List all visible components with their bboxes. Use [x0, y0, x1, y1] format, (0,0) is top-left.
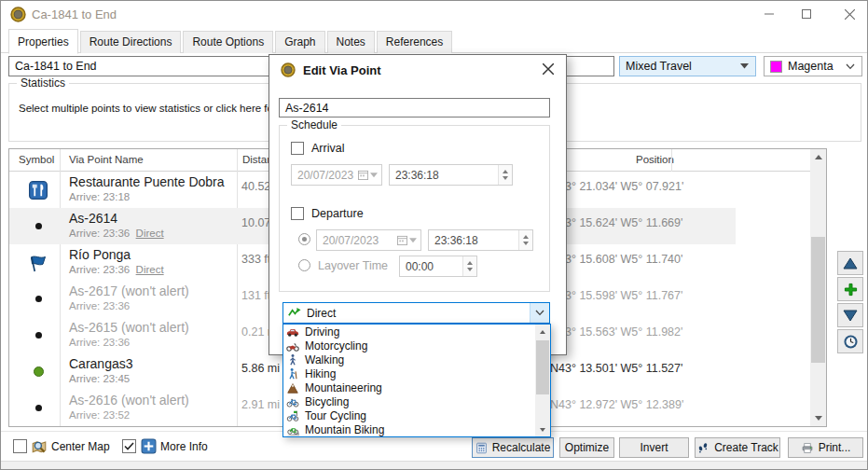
arrive-time: Arrive: 23:45	[69, 373, 130, 384]
position-value: N43° 15.563' W5° 11.982'	[550, 325, 682, 339]
time-spinner[interactable]	[498, 165, 512, 185]
option-walking[interactable]: Walking	[283, 352, 536, 366]
flag-icon	[9, 244, 67, 281]
option-driving[interactable]: Driving	[283, 325, 536, 339]
departure-label: Departure	[311, 207, 364, 220]
walking-person-icon	[286, 353, 299, 366]
close-button[interactable]	[833, 1, 866, 27]
direct-link[interactable]: Direct	[136, 228, 164, 239]
calendar-icon	[397, 235, 407, 245]
calculator-icon	[475, 442, 488, 454]
table-scrollbar[interactable]	[810, 149, 826, 426]
statistics-message[interactable]: Select multiple points to view statistic…	[19, 103, 291, 114]
via-point-name: Restaurante Puente Dobra	[69, 174, 225, 189]
via-point-name: As-2615 (won't alert)	[69, 320, 189, 335]
arrival-time-field[interactable]: 23:36:18	[389, 164, 513, 186]
time-spinner[interactable]	[462, 256, 476, 276]
mountain-icon	[286, 381, 299, 394]
tab-route-directions[interactable]: Route Directions	[80, 31, 182, 53]
track-color-select[interactable]: Magenta	[764, 56, 862, 76]
departure-checkbox[interactable]	[291, 207, 304, 220]
via-point-name-input[interactable]: As-2614	[279, 98, 550, 118]
scroll-up-icon[interactable]	[810, 149, 826, 165]
scroll-down-icon[interactable]	[810, 410, 826, 426]
travel-mode-select[interactable]: Mixed Travel	[619, 56, 756, 76]
maximize-button[interactable]	[790, 1, 823, 27]
distance-value: 131 ft	[241, 289, 270, 302]
tab-references[interactable]: References	[377, 31, 452, 53]
position-value: N43° 15.608' W5° 11.740'	[550, 253, 682, 266]
dropdown-scrollbar[interactable]	[535, 325, 550, 436]
tour-bicycle-flag-icon	[286, 409, 299, 422]
schedule-label: Schedule	[287, 118, 341, 131]
recalculate-button[interactable]: Recalculate	[472, 437, 554, 458]
layover-time-field[interactable]: 00:00	[399, 256, 477, 277]
scrollbar-thumb[interactable]	[811, 237, 825, 363]
motorcycle-icon	[286, 339, 299, 352]
tab-route-options[interactable]: Route Options	[183, 31, 273, 53]
app-icon	[10, 7, 26, 22]
tab-strip: Properties Route Directions Route Option…	[1, 28, 867, 53]
option-mountaineering[interactable]: Mountaineering	[283, 380, 536, 394]
position-value: N43° 12.972' W5° 12.389'	[550, 398, 683, 411]
via-point-name: As-2614	[69, 211, 117, 226]
arrival-date-picker[interactable]: 20/07/2023	[291, 164, 382, 186]
invert-button[interactable]: Invert	[619, 437, 689, 458]
plus-icon	[844, 283, 858, 297]
create-track-button[interactable]: Create Track	[695, 437, 780, 458]
hiking-person-icon	[286, 367, 299, 380]
transport-mode-select[interactable]: Direct	[282, 302, 550, 324]
option-motorcycling[interactable]: Motorcycling	[283, 339, 536, 352]
chevron-down-icon	[740, 63, 749, 69]
position-value: N43° 15.598' W5° 11.767'	[550, 289, 682, 302]
option-bicycling[interactable]: Bicycling	[283, 394, 536, 408]
option-tour-cycling[interactable]: Tour Cycling	[283, 408, 536, 422]
track-color-value: Magenta	[788, 60, 834, 73]
option-mountain-biking[interactable]: Mountain Biking	[283, 422, 536, 436]
option-hiking[interactable]: Hiking	[283, 366, 536, 380]
tab-notes[interactable]: Notes	[327, 31, 375, 53]
layover-radio[interactable]	[298, 259, 310, 271]
arrival-checkbox[interactable]	[291, 142, 304, 155]
statistics-label: Statistics	[17, 76, 69, 90]
distance-value: 2.91 mi	[241, 398, 280, 411]
optimize-button[interactable]: Optimize	[559, 437, 614, 458]
calendar-icon	[358, 170, 368, 180]
column-name[interactable]: Via Point Name	[69, 154, 144, 165]
position-value: N43° 15.624' W5° 11.669'	[550, 216, 682, 229]
chevron-down-icon[interactable]	[530, 303, 549, 323]
position-value: N43° 13.501' W5° 11.527'	[550, 362, 682, 375]
scrollbar-thumb[interactable]	[536, 340, 549, 394]
triangle-down-icon	[843, 310, 858, 322]
move-up-button[interactable]	[837, 251, 863, 275]
direct-link[interactable]: Direct	[136, 264, 164, 275]
column-symbol[interactable]: Symbol	[19, 154, 54, 165]
move-down-button[interactable]	[837, 303, 863, 327]
print-button[interactable]: Print...	[788, 437, 863, 458]
add-via-point-button[interactable]	[837, 277, 863, 301]
via-point-name: As-2616 (won't alert)	[69, 393, 189, 408]
tab-graph[interactable]: Graph	[275, 31, 324, 53]
distance-value: 333 ft	[241, 253, 270, 266]
departure-time-field[interactable]: 23:36:18	[428, 229, 533, 251]
car-icon	[286, 325, 299, 339]
center-map-checkbox[interactable]	[13, 439, 27, 453]
time-spinner[interactable]	[518, 230, 532, 250]
more-info-checkbox[interactable]	[122, 439, 136, 453]
departure-date-picker[interactable]: 20/07/2023	[316, 229, 421, 251]
scroll-up-icon[interactable]	[535, 325, 550, 339]
title-bar: Ca-1841 to End	[1, 1, 867, 28]
waypoint-dot-icon	[9, 208, 67, 244]
tab-properties[interactable]: Properties	[8, 29, 78, 54]
dialog-icon	[281, 62, 296, 77]
dialog-close-icon[interactable]	[539, 60, 558, 78]
scroll-down-icon[interactable]	[535, 422, 550, 436]
schedule-clock-button[interactable]	[837, 329, 863, 353]
column-position[interactable]: Position	[636, 154, 674, 165]
departure-datetime-radio[interactable]	[298, 233, 310, 245]
minimize-button[interactable]	[752, 1, 786, 27]
transport-mode-dropdown: Driving Motorcycling Walking Hiking Moun…	[282, 324, 551, 437]
chevron-down-icon	[409, 238, 417, 243]
schedule-group: Schedule Arrival 20/07/2023 23:36:18 Dep…	[279, 125, 550, 292]
clock-icon	[843, 334, 859, 350]
